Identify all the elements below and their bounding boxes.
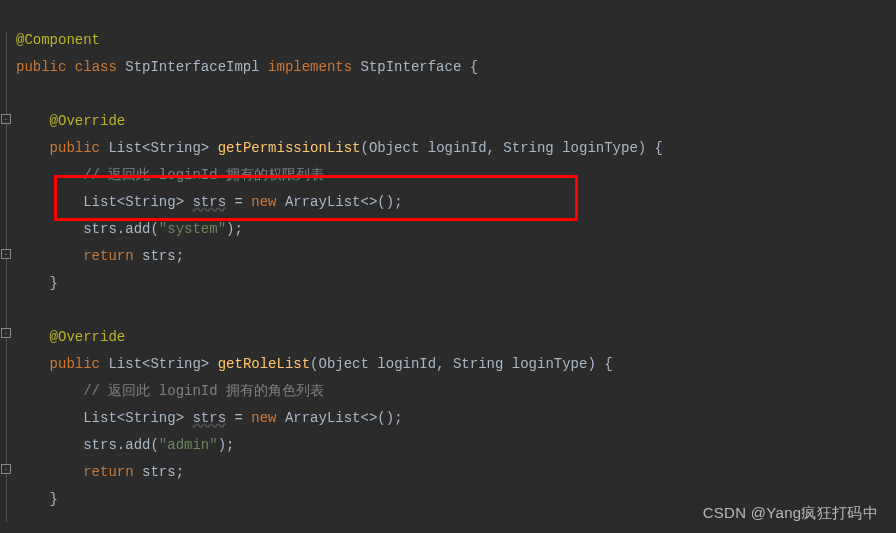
code-line: public class StpInterfaceImpl implements… — [16, 59, 478, 75]
code-line: @Override — [16, 329, 125, 345]
code-line: strs.add("system"); — [16, 221, 243, 237]
fold-button[interactable]: - — [1, 249, 11, 259]
code-area[interactable]: @Component public class StpInterfaceImpl… — [14, 0, 896, 533]
code-line: // 返回此 loginId 拥有的角色列表 — [16, 383, 324, 399]
code-line: List<String> strs = new ArrayList<>(); — [16, 194, 403, 210]
code-line: @Override — [16, 113, 125, 129]
code-line: } — [16, 491, 58, 507]
code-line: } — [16, 275, 58, 291]
method-name: getRoleList — [218, 356, 310, 372]
code-line: return strs; — [16, 464, 184, 480]
code-line: return strs; — [16, 248, 184, 264]
code-line: @Component — [16, 32, 100, 48]
fold-button[interactable]: - — [1, 328, 11, 338]
code-line: public List<String> getPermissionList(Ob… — [16, 140, 663, 156]
code-editor: - - - - @Component public class StpInter… — [0, 0, 896, 533]
fold-button[interactable]: - — [1, 114, 11, 124]
gutter: - - - - — [0, 0, 14, 533]
code-line: List<String> strs = new ArrayList<>(); — [16, 410, 403, 426]
watermark: CSDN @Yang疯狂打码中 — [703, 504, 878, 523]
annotation: @Component — [16, 32, 100, 48]
code-line: strs.add("admin"); — [16, 437, 234, 453]
method-name: getPermissionList — [218, 140, 361, 156]
fold-line — [6, 32, 7, 522]
code-line: public List<String> getRoleList(Object l… — [16, 356, 613, 372]
code-line: // 返回此 loginId 拥有的权限列表 — [16, 167, 324, 183]
fold-button[interactable]: - — [1, 464, 11, 474]
